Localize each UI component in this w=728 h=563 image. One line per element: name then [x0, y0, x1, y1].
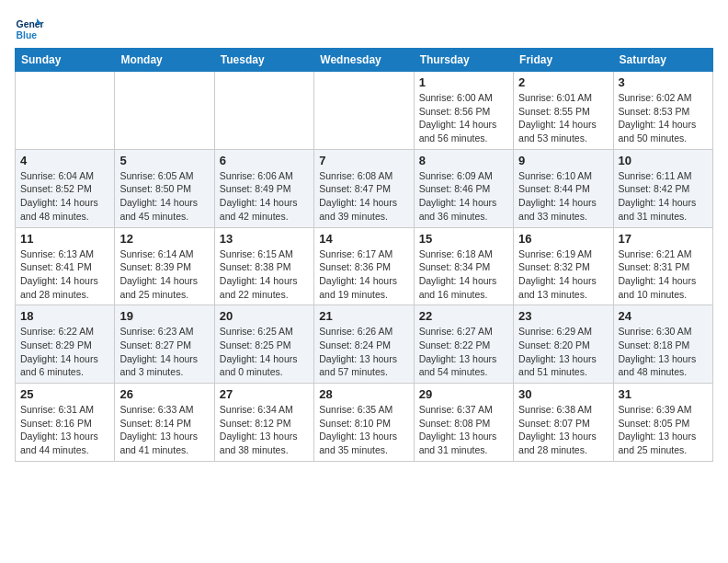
- day-info: Sunrise: 6:18 AMSunset: 8:34 PMDaylight:…: [419, 247, 508, 302]
- calendar-cell: 31Sunrise: 6:39 AMSunset: 8:05 PMDayligh…: [613, 384, 712, 462]
- day-info: Sunrise: 6:11 AMSunset: 8:42 PMDaylight:…: [619, 169, 708, 224]
- day-info: Sunrise: 6:33 AMSunset: 8:14 PMDaylight:…: [119, 403, 209, 457]
- day-info: Sunrise: 6:08 AMSunset: 8:47 PMDaylight:…: [319, 169, 408, 224]
- calendar-cell: 2Sunrise: 6:01 AMSunset: 8:55 PMDaylight…: [514, 72, 613, 150]
- calendar-cell: 14Sunrise: 6:17 AMSunset: 8:36 PMDayligh…: [314, 227, 414, 305]
- calendar-week-row: 11Sunrise: 6:13 AMSunset: 8:41 PMDayligh…: [16, 227, 713, 305]
- calendar-day-header: Saturday: [613, 49, 712, 72]
- calendar-cell: 23Sunrise: 6:29 AMSunset: 8:20 PMDayligh…: [514, 305, 613, 384]
- logo-icon: General Blue: [15, 15, 44, 44]
- calendar-cell: 12Sunrise: 6:14 AMSunset: 8:39 PMDayligh…: [115, 227, 214, 305]
- calendar-week-row: 4Sunrise: 6:04 AMSunset: 8:52 PMDaylight…: [16, 149, 713, 227]
- calendar-cell: 24Sunrise: 6:30 AMSunset: 8:18 PMDayligh…: [613, 305, 712, 384]
- day-number: 31: [619, 387, 708, 401]
- calendar-header-row: SundayMondayTuesdayWednesdayThursdayFrid…: [16, 49, 713, 72]
- day-info: Sunrise: 6:09 AMSunset: 8:46 PMDaylight:…: [419, 169, 508, 224]
- day-number: 13: [220, 232, 309, 246]
- day-number: 28: [319, 387, 408, 401]
- calendar-cell: 15Sunrise: 6:18 AMSunset: 8:34 PMDayligh…: [414, 227, 513, 305]
- day-number: 20: [220, 309, 309, 323]
- day-info: Sunrise: 6:02 AMSunset: 8:53 PMDaylight:…: [619, 91, 708, 145]
- day-number: 30: [518, 387, 608, 401]
- day-info: Sunrise: 6:34 AMSunset: 8:12 PMDaylight:…: [220, 403, 309, 457]
- day-info: Sunrise: 6:25 AMSunset: 8:25 PMDaylight:…: [220, 325, 309, 379]
- day-info: Sunrise: 6:14 AMSunset: 8:39 PMDaylight:…: [119, 247, 209, 302]
- day-info: Sunrise: 6:13 AMSunset: 8:41 PMDaylight:…: [20, 247, 109, 302]
- day-info: Sunrise: 6:31 AMSunset: 8:16 PMDaylight:…: [20, 403, 109, 457]
- day-number: 25: [20, 387, 109, 401]
- day-number: 26: [119, 387, 209, 401]
- day-info: Sunrise: 6:38 AMSunset: 8:07 PMDaylight:…: [518, 403, 608, 457]
- day-number: 3: [619, 75, 708, 89]
- day-number: 7: [319, 154, 408, 167]
- calendar-cell: 13Sunrise: 6:15 AMSunset: 8:38 PMDayligh…: [214, 227, 313, 305]
- calendar-cell: 7Sunrise: 6:08 AMSunset: 8:47 PMDaylight…: [314, 149, 414, 227]
- calendar-cell: 21Sunrise: 6:26 AMSunset: 8:24 PMDayligh…: [314, 305, 414, 384]
- day-info: Sunrise: 6:35 AMSunset: 8:10 PMDaylight:…: [319, 403, 408, 457]
- page-header: General Blue: [15, 15, 713, 44]
- calendar-day-header: Friday: [514, 49, 613, 72]
- calendar-table: SundayMondayTuesdayWednesdayThursdayFrid…: [15, 48, 713, 462]
- day-number: 9: [518, 154, 608, 167]
- calendar-cell: 9Sunrise: 6:10 AMSunset: 8:44 PMDaylight…: [514, 149, 613, 227]
- day-number: 18: [20, 309, 109, 323]
- day-info: Sunrise: 6:29 AMSunset: 8:20 PMDaylight:…: [518, 325, 608, 379]
- calendar-cell: 28Sunrise: 6:35 AMSunset: 8:10 PMDayligh…: [314, 384, 414, 462]
- calendar-day-header: Monday: [115, 49, 214, 72]
- calendar-cell: [214, 72, 313, 150]
- calendar-day-header: Thursday: [414, 49, 513, 72]
- day-number: 8: [419, 154, 508, 167]
- day-info: Sunrise: 6:17 AMSunset: 8:36 PMDaylight:…: [319, 247, 408, 302]
- calendar-cell: 29Sunrise: 6:37 AMSunset: 8:08 PMDayligh…: [414, 384, 513, 462]
- calendar-cell: 19Sunrise: 6:23 AMSunset: 8:27 PMDayligh…: [115, 305, 214, 384]
- calendar-cell: [16, 72, 115, 150]
- day-info: Sunrise: 6:10 AMSunset: 8:44 PMDaylight:…: [518, 169, 608, 224]
- day-info: Sunrise: 6:00 AMSunset: 8:56 PMDaylight:…: [419, 91, 508, 145]
- calendar-cell: 20Sunrise: 6:25 AMSunset: 8:25 PMDayligh…: [214, 305, 313, 384]
- day-info: Sunrise: 6:37 AMSunset: 8:08 PMDaylight:…: [419, 403, 508, 457]
- calendar-cell: [115, 72, 214, 150]
- calendar-cell: 4Sunrise: 6:04 AMSunset: 8:52 PMDaylight…: [16, 149, 115, 227]
- day-info: Sunrise: 6:05 AMSunset: 8:50 PMDaylight:…: [119, 169, 209, 224]
- calendar-cell: 1Sunrise: 6:00 AMSunset: 8:56 PMDaylight…: [414, 72, 513, 150]
- calendar-week-row: 25Sunrise: 6:31 AMSunset: 8:16 PMDayligh…: [16, 384, 713, 462]
- day-number: 4: [20, 154, 109, 167]
- calendar-cell: 6Sunrise: 6:06 AMSunset: 8:49 PMDaylight…: [214, 149, 313, 227]
- calendar-cell: 27Sunrise: 6:34 AMSunset: 8:12 PMDayligh…: [214, 384, 313, 462]
- svg-text:Blue: Blue: [17, 30, 38, 40]
- day-info: Sunrise: 6:19 AMSunset: 8:32 PMDaylight:…: [518, 247, 608, 302]
- day-number: 24: [619, 309, 708, 323]
- logo: General Blue: [15, 15, 44, 44]
- svg-text:General: General: [17, 19, 44, 29]
- day-number: 16: [518, 232, 608, 246]
- day-number: 5: [119, 154, 209, 167]
- day-info: Sunrise: 6:26 AMSunset: 8:24 PMDaylight:…: [319, 325, 408, 379]
- calendar-cell: 8Sunrise: 6:09 AMSunset: 8:46 PMDaylight…: [414, 149, 513, 227]
- day-number: 23: [518, 309, 608, 323]
- calendar-cell: [314, 72, 414, 150]
- calendar-cell: 22Sunrise: 6:27 AMSunset: 8:22 PMDayligh…: [414, 305, 513, 384]
- calendar-cell: 17Sunrise: 6:21 AMSunset: 8:31 PMDayligh…: [613, 227, 712, 305]
- day-info: Sunrise: 6:39 AMSunset: 8:05 PMDaylight:…: [619, 403, 708, 457]
- day-number: 6: [220, 154, 309, 167]
- calendar-cell: 10Sunrise: 6:11 AMSunset: 8:42 PMDayligh…: [613, 149, 712, 227]
- day-info: Sunrise: 6:01 AMSunset: 8:55 PMDaylight:…: [518, 91, 608, 145]
- calendar-cell: 18Sunrise: 6:22 AMSunset: 8:29 PMDayligh…: [16, 305, 115, 384]
- day-info: Sunrise: 6:15 AMSunset: 8:38 PMDaylight:…: [220, 247, 309, 302]
- day-number: 22: [419, 309, 508, 323]
- calendar-week-row: 18Sunrise: 6:22 AMSunset: 8:29 PMDayligh…: [16, 305, 713, 384]
- day-number: 1: [419, 75, 508, 89]
- calendar-cell: 16Sunrise: 6:19 AMSunset: 8:32 PMDayligh…: [514, 227, 613, 305]
- day-info: Sunrise: 6:30 AMSunset: 8:18 PMDaylight:…: [619, 325, 708, 379]
- calendar-cell: 25Sunrise: 6:31 AMSunset: 8:16 PMDayligh…: [16, 384, 115, 462]
- calendar-day-header: Sunday: [16, 49, 115, 72]
- calendar-cell: 3Sunrise: 6:02 AMSunset: 8:53 PMDaylight…: [613, 72, 712, 150]
- day-number: 15: [419, 232, 508, 246]
- calendar-day-header: Wednesday: [314, 49, 414, 72]
- day-info: Sunrise: 6:27 AMSunset: 8:22 PMDaylight:…: [419, 325, 508, 379]
- day-number: 12: [119, 232, 209, 246]
- day-number: 29: [419, 387, 508, 401]
- calendar-cell: 5Sunrise: 6:05 AMSunset: 8:50 PMDaylight…: [115, 149, 214, 227]
- day-number: 17: [619, 232, 708, 246]
- calendar-week-row: 1Sunrise: 6:00 AMSunset: 8:56 PMDaylight…: [16, 72, 713, 150]
